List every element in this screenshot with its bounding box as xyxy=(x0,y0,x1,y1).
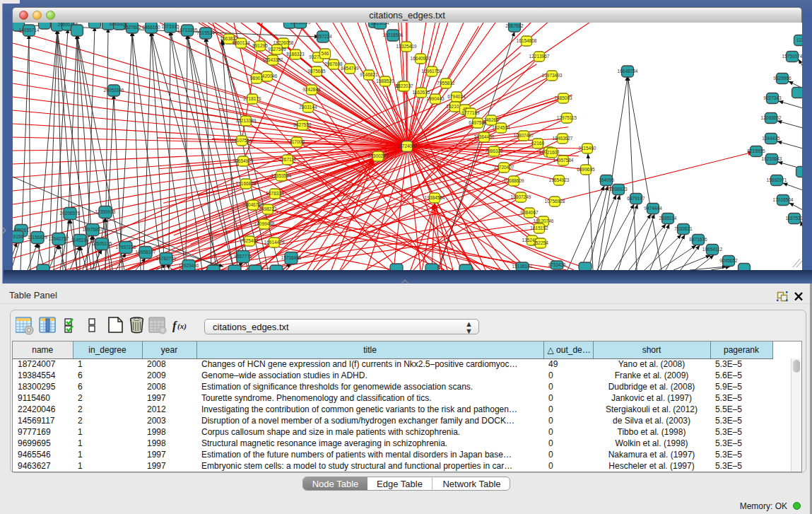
svg-text:8471676: 8471676 xyxy=(689,237,707,242)
svg-text:1244415: 1244415 xyxy=(762,136,780,141)
svg-text:10654925: 10654925 xyxy=(233,158,254,163)
svg-text:(x): (x) xyxy=(177,322,187,331)
svg-text:8813054: 8813054 xyxy=(371,23,389,25)
svg-text:13325419: 13325419 xyxy=(396,44,417,49)
svg-text:7632621: 7632621 xyxy=(674,226,693,231)
svg-text:9857771: 9857771 xyxy=(234,254,252,259)
svg-text:17359928: 17359928 xyxy=(95,209,116,214)
svg-text:14055714: 14055714 xyxy=(19,28,40,33)
svg-text:7955812: 7955812 xyxy=(437,81,455,86)
svg-text:16961758: 16961758 xyxy=(422,69,442,74)
svg-text:2687682: 2687682 xyxy=(505,23,524,28)
svg-text:2718176: 2718176 xyxy=(243,96,261,101)
svg-text:12093852: 12093852 xyxy=(761,115,782,120)
svg-text:10958107: 10958107 xyxy=(136,250,156,255)
svg-text:10973493: 10973493 xyxy=(542,73,563,78)
svg-text:8678334: 8678334 xyxy=(266,191,284,196)
svg-text:16713355: 16713355 xyxy=(177,28,198,33)
svg-text:11156829: 11156829 xyxy=(28,235,47,240)
svg-text:19654923: 19654923 xyxy=(549,177,570,182)
svg-text:9327509: 9327509 xyxy=(268,47,286,52)
svg-text:6879197: 6879197 xyxy=(627,196,645,201)
svg-text:15136141: 15136141 xyxy=(512,264,533,269)
svg-text:1733426: 1733426 xyxy=(548,262,566,267)
svg-text:164095: 164095 xyxy=(599,177,614,182)
svg-text:9115460: 9115460 xyxy=(579,146,596,151)
svg-text:98901: 98901 xyxy=(250,76,263,81)
svg-text:8454749: 8454749 xyxy=(341,66,359,71)
svg-text:12942757: 12942757 xyxy=(49,236,69,241)
svg-text:9329966: 9329966 xyxy=(773,76,792,81)
svg-text:16107554: 16107554 xyxy=(232,138,252,143)
svg-text:3498222: 3498222 xyxy=(259,206,277,211)
svg-text:7986322: 7986322 xyxy=(485,148,503,153)
svg-text:7357224: 7357224 xyxy=(314,34,332,39)
svg-text:546: 546 xyxy=(322,51,329,56)
svg-text:39158: 39158 xyxy=(13,234,23,239)
svg-text:1624534: 1624534 xyxy=(492,125,510,130)
svg-text:15716485: 15716485 xyxy=(281,255,302,260)
svg-text:9242848: 9242848 xyxy=(302,87,321,92)
svg-text:1822037: 1822037 xyxy=(395,83,413,88)
svg-text:9245652: 9245652 xyxy=(719,258,738,263)
svg-text:6899695: 6899695 xyxy=(577,167,595,172)
svg-text:252254: 252254 xyxy=(533,240,548,245)
svg-text:2803144: 2803144 xyxy=(299,105,317,110)
svg-text:10654112: 10654112 xyxy=(702,247,723,252)
svg-text:1527602: 1527602 xyxy=(123,25,141,30)
svg-text:18807249: 18807249 xyxy=(511,194,531,199)
svg-text:1588520: 1588520 xyxy=(376,78,394,83)
svg-text:9860124: 9860124 xyxy=(232,40,250,45)
svg-text:16782759: 16782759 xyxy=(156,256,177,261)
svg-text:16033809: 16033809 xyxy=(290,23,311,25)
svg-text:746266: 746266 xyxy=(483,117,499,122)
svg-text:18463627: 18463627 xyxy=(553,136,573,141)
svg-text:10975857: 10975857 xyxy=(83,227,103,232)
svg-text:16640910: 16640910 xyxy=(411,56,431,61)
svg-text:2967608: 2967608 xyxy=(324,62,343,66)
svg-text:18724007: 18724007 xyxy=(397,144,418,148)
svg-text:8938923: 8938923 xyxy=(609,187,628,192)
svg-text:20206576: 20206576 xyxy=(60,211,81,216)
svg-text:17016504: 17016504 xyxy=(773,197,794,202)
svg-text:9227343: 9227343 xyxy=(763,95,782,100)
svg-text:3267110: 3267110 xyxy=(279,157,297,162)
svg-text:16648784: 16648784 xyxy=(618,69,638,74)
svg-text:10688609: 10688609 xyxy=(504,178,524,183)
svg-text:21364436: 21364436 xyxy=(474,134,495,139)
svg-text:1167533: 1167533 xyxy=(786,216,802,221)
svg-text:7515524: 7515524 xyxy=(196,30,215,35)
svg-text:16120746: 16120746 xyxy=(534,218,554,223)
svg-text:19384554: 19384554 xyxy=(425,195,445,200)
svg-text:16543382: 16543382 xyxy=(263,57,283,62)
svg-text:16914479: 16914479 xyxy=(264,240,285,245)
svg-text:7625402: 7625402 xyxy=(240,238,259,243)
svg-text:8186323: 8186323 xyxy=(286,52,305,57)
svg-text:9146821: 9146821 xyxy=(360,72,378,77)
svg-text:12923446: 12923446 xyxy=(179,263,199,268)
svg-text:16210643: 16210643 xyxy=(762,156,782,161)
svg-text:14099488: 14099488 xyxy=(254,221,275,226)
svg-text:19166825: 19166825 xyxy=(236,181,257,186)
svg-text:10756928: 10756928 xyxy=(545,199,565,204)
svg-text:19218506: 19218506 xyxy=(383,33,404,37)
svg-text:8215955: 8215955 xyxy=(747,148,765,153)
svg-text:17957225: 17957225 xyxy=(116,245,136,250)
svg-text:111: 111 xyxy=(796,37,802,42)
svg-text:20053346: 20053346 xyxy=(104,88,124,93)
svg-text:15692971: 15692971 xyxy=(767,177,787,182)
svg-text:9084067: 9084067 xyxy=(520,210,539,215)
svg-text:417006: 417006 xyxy=(289,139,305,144)
svg-text:14957584: 14957584 xyxy=(553,158,574,163)
svg-text:10807487: 10807487 xyxy=(514,133,534,138)
svg-text:16154808: 16154808 xyxy=(517,38,537,43)
svg-text:8427552: 8427552 xyxy=(293,122,312,127)
svg-text:9777169: 9777169 xyxy=(461,110,480,115)
svg-text:1615152: 1615152 xyxy=(530,226,548,230)
svg-text:6794024: 6794024 xyxy=(447,94,466,99)
svg-text:9474444: 9474444 xyxy=(644,206,662,211)
svg-text:25300273: 25300273 xyxy=(368,153,389,158)
svg-text:7485003: 7485003 xyxy=(554,95,572,100)
svg-text:12505135: 12505135 xyxy=(92,241,112,246)
svg-text:6466160: 6466160 xyxy=(142,25,160,30)
